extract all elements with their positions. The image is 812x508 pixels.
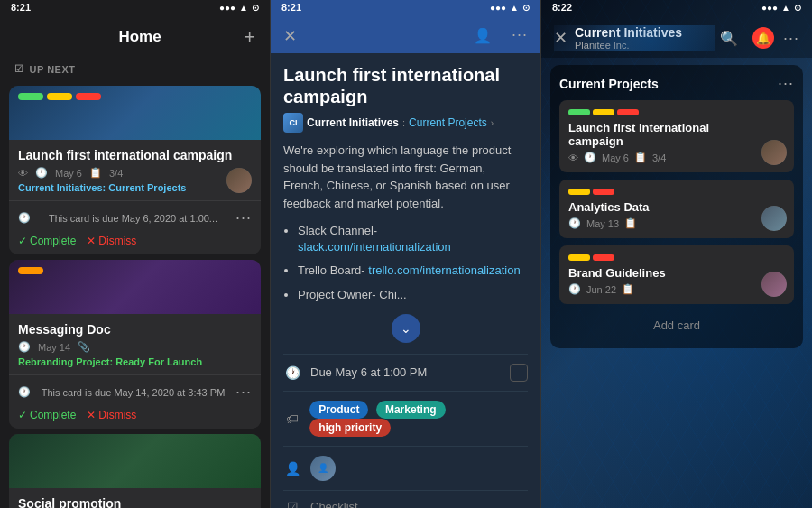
check-icon: ✓ xyxy=(18,235,27,247)
board-main-title: Current Initiatives xyxy=(575,25,682,40)
notif-row-1: 🕐 This card is due May 6, 2020 at 1:00..… xyxy=(18,208,252,227)
person-icon[interactable]: 👤 xyxy=(468,25,497,46)
tag-icon: 🏷 xyxy=(283,411,300,426)
search-icon[interactable]: 🔍 xyxy=(715,28,743,49)
detail-body: We're exploring which language the produ… xyxy=(271,142,540,508)
board-card-title-3: Brand Guidelines xyxy=(568,266,785,280)
card-image-3 xyxy=(9,434,261,488)
board-panel: 8:22 ●●● ▲ ⊙ ✕ Current Initiatives Plani… xyxy=(541,0,812,508)
status-icons-3: ●●● ▲ ⊙ xyxy=(761,3,801,13)
board-color-bar-3 xyxy=(568,254,785,261)
add-button[interactable]: + xyxy=(244,25,255,49)
slack-link[interactable]: slack.com/internationalization xyxy=(298,240,451,254)
detail-more-button[interactable]: ··· xyxy=(512,25,528,46)
card-notification-1: 🕐 This card is due May 6, 2020 at 1:00..… xyxy=(9,200,261,254)
bar-yellow-1 xyxy=(593,109,614,115)
dismiss-button-2[interactable]: ✕ Dismiss xyxy=(87,409,136,421)
notif-more-1[interactable]: ··· xyxy=(235,208,252,227)
notif-actions-2: ✓ Complete ✕ Dismiss xyxy=(18,405,252,421)
current-projects-column: Current Projects ··· Launch first intern… xyxy=(550,65,803,348)
card-label-2: Rebranding Project: Ready For Launch xyxy=(18,356,252,367)
breadcrumb-avatar: CI xyxy=(283,113,303,133)
list-item-trello: Trello Board- trello.com/internationaliz… xyxy=(298,263,528,279)
home-card-2[interactable]: Messaging Doc 🕐 May 14 📎 Rebranding Proj… xyxy=(9,260,261,429)
status-bar-3: 8:22 ●●● ▲ ⊙ xyxy=(541,0,812,16)
expand-button[interactable]: ⌄ xyxy=(392,314,420,343)
board-title-block: Current Initiatives Planitee Inc. xyxy=(575,25,682,51)
time-3: 8:22 xyxy=(552,2,572,13)
board-card-3[interactable]: Brand Guidelines 🕐 Jun 22 📋 xyxy=(559,245,794,304)
bar-green-1 xyxy=(568,109,590,115)
bar-red-1 xyxy=(617,109,639,115)
home-header: Home + xyxy=(0,16,270,56)
notif-row-2: 🕐 This card is due May 14, 2020 at 3:43 … xyxy=(18,383,252,402)
board-card-1[interactable]: Launch first international campaign 👁 🕐 … xyxy=(559,100,794,172)
home-scroll[interactable]: Launch first international campaign 👁 🕐 … xyxy=(0,80,270,508)
detail-list: Slack Channel- slack.com/internationaliz… xyxy=(283,223,528,303)
board-card-title-1: Launch first international campaign xyxy=(568,121,785,148)
board-subtitle: Planitee Inc. xyxy=(575,40,682,51)
clock-notif-icon-2: 🕐 xyxy=(18,386,31,398)
complete-button-2[interactable]: ✓ Complete xyxy=(18,409,76,421)
checklist-row-icon: ☑ xyxy=(283,500,301,508)
board-card-title-2: Analytics Data xyxy=(568,200,785,214)
clock-icon: 🕐 xyxy=(35,167,48,179)
board-card-2[interactable]: Analytics Data 🕐 May 13 📋 xyxy=(559,180,794,238)
detail-description: We're exploring which language the produ… xyxy=(283,142,528,212)
checklist-row[interactable]: ☑ Checklist... xyxy=(283,490,528,508)
dot-red xyxy=(76,93,101,100)
card-body-3: Social promotion 🕐 May 15 📎 Rebranding P… xyxy=(9,488,261,508)
status-bar-1: 8:21 ●●● ▲ ⊙ xyxy=(0,0,270,16)
tags-container: Product Marketing high priority xyxy=(309,401,528,437)
member-row: 👤 👤 xyxy=(283,446,528,490)
card-meta-1: 👁 🕐 May 6 📋 3/4 xyxy=(18,167,252,179)
color-dots-1 xyxy=(18,93,101,100)
close-button[interactable]: ✕ xyxy=(283,26,297,46)
dismiss-button-1[interactable]: ✕ Dismiss xyxy=(87,235,136,247)
check-icon-2: ✓ xyxy=(18,409,27,421)
card-avatar-1 xyxy=(226,168,252,193)
color-dots-2 xyxy=(18,267,43,274)
breadcrumb[interactable]: CI Current Initiatives : Current Project… xyxy=(271,113,540,142)
board-header: ✕ Current Initiatives Planitee Inc. 🔍 🔔 … xyxy=(541,16,812,58)
home-panel: 8:21 ●●● ▲ ⊙ Home + ☑ UP NEXT Launch fir… xyxy=(0,0,271,508)
card-title-2: Messaging Doc xyxy=(18,321,252,337)
card-image-1 xyxy=(9,86,261,140)
bar-yellow-3 xyxy=(568,254,590,261)
complete-button-1[interactable]: ✓ Complete xyxy=(18,235,76,247)
detail-scroll[interactable]: Launch first international campaign CI C… xyxy=(271,53,540,508)
column-more-button[interactable]: ··· xyxy=(778,74,794,93)
eye-board-icon: 👁 xyxy=(568,152,578,163)
notif-more-2[interactable]: ··· xyxy=(235,383,252,402)
home-title: Home xyxy=(36,28,244,46)
board-avatar-2 xyxy=(761,206,787,231)
trello-link[interactable]: trello.com/internationalization xyxy=(368,263,520,277)
tag-marketing[interactable]: Marketing xyxy=(376,401,446,419)
card-body-1: Launch first international campaign 👁 🕐 … xyxy=(9,140,261,200)
card-meta-2: 🕐 May 14 📎 xyxy=(18,341,252,353)
time-1: 8:21 xyxy=(11,2,31,13)
notification-bell[interactable]: 🔔 xyxy=(752,27,774,49)
board-close-button[interactable]: ✕ xyxy=(554,28,567,48)
card-title-3: Social promotion xyxy=(18,495,252,508)
due-date-row[interactable]: 🕐 Due May 6 at 1:00 PM xyxy=(283,354,528,391)
add-card-button[interactable]: Add card xyxy=(559,311,794,339)
dot-yellow xyxy=(47,93,72,100)
card-notification-2: 🕐 This card is due May 14, 2020 at 3:43 … xyxy=(9,374,261,429)
bar-yellow-2 xyxy=(568,189,590,195)
clock-row-icon: 🕐 xyxy=(283,365,301,380)
card-image-2 xyxy=(9,260,261,314)
home-card-1[interactable]: Launch first international campaign 👁 🕐 … xyxy=(9,86,261,254)
board-card-meta-3: 🕐 Jun 22 📋 xyxy=(568,283,785,295)
up-next-label: ☑ UP NEXT xyxy=(0,56,270,80)
board-more-button[interactable]: ··· xyxy=(783,29,799,48)
home-card-3[interactable]: Social promotion 🕐 May 15 📎 Rebranding P… xyxy=(9,434,261,508)
column-header: Current Projects ··· xyxy=(559,74,794,93)
board-color-bar-1 xyxy=(568,109,785,115)
person-row-icon: 👤 xyxy=(283,461,301,476)
tag-product[interactable]: Product xyxy=(309,401,368,419)
tags-row: 🏷 Product Marketing high priority xyxy=(283,391,528,446)
tag-priority[interactable]: high priority xyxy=(309,419,391,437)
due-date-checkbox[interactable] xyxy=(510,364,528,382)
clock-icon-2: 🕐 xyxy=(18,341,31,353)
